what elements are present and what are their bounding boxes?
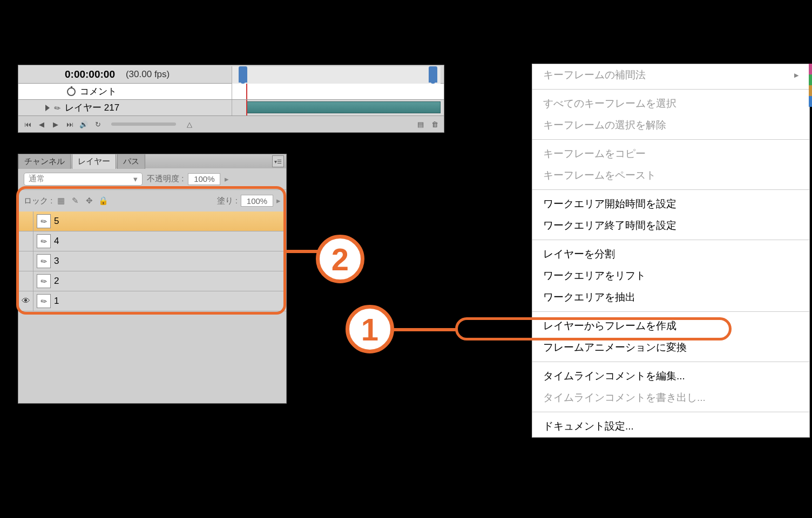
zoom-slider[interactable] <box>111 122 176 126</box>
color-strip <box>809 64 812 107</box>
menu-select-all-keyframes[interactable]: すべてのキーフレームを選択 <box>532 93 809 114</box>
timeline-comment-row[interactable]: コメント <box>18 84 444 100</box>
lock-brush-icon[interactable]: ✎ <box>70 195 80 206</box>
timeline-controls: ⏮ ◀ ▶ ⏭ 🔊 ↻ △ ▤ 🗑 <box>18 116 444 132</box>
audio-button[interactable]: 🔊 <box>79 119 89 129</box>
layer-name[interactable]: 5 <box>54 216 59 227</box>
tab-paths[interactable]: パス <box>117 154 145 169</box>
menu-paste-keyframes[interactable]: キーフレームをペースト <box>532 165 809 186</box>
menu-separator <box>532 362 809 362</box>
layer-list-empty <box>18 311 286 403</box>
zoom-out-icon[interactable]: △ <box>185 119 194 129</box>
layer-label: レイヤー 217 <box>65 101 119 114</box>
lock-move-icon[interactable]: ✥ <box>84 195 94 206</box>
lock-label: ロック : <box>24 196 52 206</box>
callout-2-line <box>286 250 319 253</box>
visibility-toggle[interactable] <box>18 212 33 231</box>
panel-menu-button[interactable]: ▾☰ <box>272 155 284 167</box>
menu-edit-timeline-comment[interactable]: タイムラインコメントを編集... <box>532 365 809 387</box>
menu-convert-to-frame-animation[interactable]: フレームアニメーションに変換 <box>532 337 809 358</box>
next-frame-button[interactable]: ⏭ <box>65 119 75 129</box>
visibility-toggle[interactable]: 👁 <box>18 291 33 311</box>
opacity-input[interactable]: 100% <box>188 173 220 185</box>
menu-document-settings[interactable]: ドキュメント設定... <box>532 415 809 437</box>
layer-item[interactable]: ✎ 4 <box>18 231 286 251</box>
menu-lift-workarea[interactable]: ワークエリアをリフト <box>532 265 809 287</box>
layer-name[interactable]: 4 <box>54 236 59 247</box>
opacity-label: 不透明度 : <box>147 174 184 184</box>
trash-icon[interactable]: 🗑 <box>430 119 439 129</box>
layer-thumbnail: ✎ <box>37 214 51 228</box>
fill-input[interactable]: 100% <box>241 195 273 207</box>
menu-separator <box>532 240 809 240</box>
stopwatch-icon <box>67 87 76 96</box>
menu-separator <box>532 412 809 412</box>
layers-panel: チャンネル レイヤー パス ▾☰ 通常▾ 不透明度 : 100% ▸ ロック :… <box>18 154 287 404</box>
playhead-icon[interactable] <box>246 84 247 99</box>
timeline-layer-row[interactable]: ✎レイヤー 217 <box>18 100 444 116</box>
rewind-button[interactable]: ⏮ <box>23 119 32 129</box>
expand-icon[interactable] <box>45 105 50 111</box>
menu-deselect-keyframes[interactable]: キーフレームの選択を解除 <box>532 114 809 136</box>
blend-row: 通常▾ 不透明度 : 100% ▸ <box>18 168 286 190</box>
menu-make-frames-from-layers[interactable]: レイヤーからフレームを作成 <box>532 315 809 337</box>
opacity-chevron-icon[interactable]: ▸ <box>225 174 229 184</box>
comment-label: コメント <box>80 85 117 98</box>
layer-name[interactable]: 2 <box>54 276 59 287</box>
lock-row: ロック : ▦ ✎ ✥ 🔒 塗り : 100% ▸ <box>18 190 286 212</box>
layer-thumbnail: ✎ <box>37 294 51 308</box>
visibility-toggle[interactable] <box>18 231 33 251</box>
menu-copy-keyframes[interactable]: キーフレームをコピー <box>532 143 809 165</box>
layer-thumbnail: ✎ <box>37 234 51 248</box>
out-marker-icon[interactable] <box>429 66 437 83</box>
timeline-menu-button[interactable]: ▤ <box>416 119 425 129</box>
timeline-header: 0:00:00:00 (30.00 fps) <box>18 65 444 84</box>
brush-icon: ✎ <box>52 103 62 113</box>
visibility-toggle[interactable] <box>18 251 33 271</box>
blend-mode-select[interactable]: 通常▾ <box>24 173 143 186</box>
menu-set-workarea-end[interactable]: ワークエリア終了時間を設定 <box>532 215 809 236</box>
playhead-line <box>246 100 247 115</box>
menu-extract-workarea[interactable]: ワークエリアを抽出 <box>532 287 809 308</box>
eye-icon: 👁 <box>22 296 30 306</box>
badge-1: 1 <box>346 305 394 353</box>
menu-split-layer[interactable]: レイヤーを分割 <box>532 243 809 265</box>
loop-button[interactable]: ↻ <box>93 119 103 129</box>
menu-separator <box>532 189 809 190</box>
fill-label: 塗り : <box>217 196 238 206</box>
timecode[interactable]: 0:00:00:00 <box>65 69 115 80</box>
callout-1-line <box>393 328 456 331</box>
menu-set-workarea-start[interactable]: ワークエリア開始時間を設定 <box>532 193 809 215</box>
menu-separator <box>532 139 809 140</box>
layer-item[interactable]: ✎ 2 <box>18 271 286 291</box>
timeline-clip[interactable] <box>246 101 441 113</box>
lock-pixels-icon[interactable]: ▦ <box>56 195 66 206</box>
badge-2: 2 <box>316 235 364 283</box>
in-marker-icon[interactable] <box>239 66 247 83</box>
timeline-ruler[interactable] <box>232 66 441 84</box>
panel-tabs: チャンネル レイヤー パス ▾☰ <box>18 154 286 168</box>
layer-item[interactable]: ✎ 5 <box>18 212 286 231</box>
layer-name[interactable]: 3 <box>54 256 59 267</box>
layer-item[interactable]: ✎ 3 <box>18 251 286 271</box>
layer-item[interactable]: 👁 ✎ 1 <box>18 291 286 311</box>
layer-thumbnail: ✎ <box>37 274 51 288</box>
visibility-toggle[interactable] <box>18 271 33 291</box>
menu-export-timeline-comment[interactable]: タイムラインコメントを書き出し... <box>532 387 809 408</box>
menu-interpolation[interactable]: キーフレームの補間法 <box>532 64 809 86</box>
tab-layers[interactable]: レイヤー <box>72 154 116 169</box>
prev-frame-button[interactable]: ◀ <box>37 119 46 129</box>
context-menu: キーフレームの補間法 すべてのキーフレームを選択 キーフレームの選択を解除 キー… <box>532 64 810 438</box>
layer-name[interactable]: 1 <box>54 296 59 306</box>
layer-thumbnail: ✎ <box>37 254 51 268</box>
fps-label: (30.00 fps) <box>126 69 170 80</box>
menu-separator <box>532 311 809 312</box>
play-button[interactable]: ▶ <box>51 119 60 129</box>
fill-chevron-icon[interactable]: ▸ <box>276 196 281 206</box>
layer-list: ✎ 5 ✎ 4 ✎ 3 ✎ 2 👁 ✎ 1 <box>18 212 286 311</box>
lock-all-icon[interactable]: 🔒 <box>98 195 109 206</box>
menu-separator <box>532 89 809 90</box>
timeline-panel: 0:00:00:00 (30.00 fps) コメント ✎レイヤー 217 ⏮ … <box>18 65 444 133</box>
tab-channels[interactable]: チャンネル <box>18 154 71 169</box>
